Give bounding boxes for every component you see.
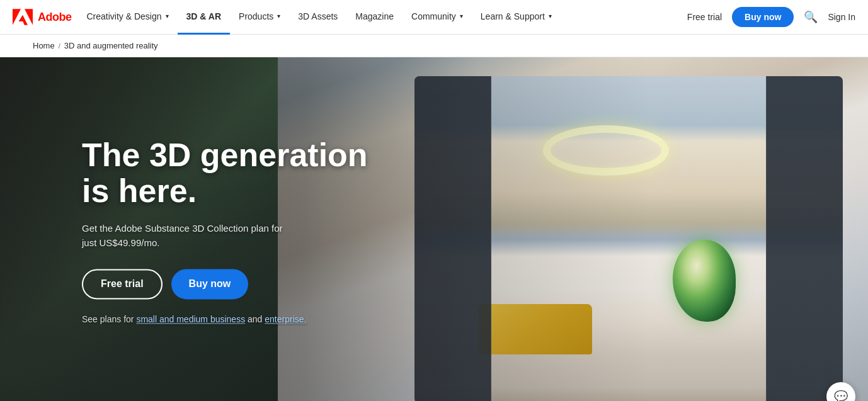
hero-content-block: The 3D generation is here. Get the Adobe… xyxy=(82,137,397,324)
hero-plans-text: See plans for small and medium business … xyxy=(82,315,397,325)
nav-free-trial-link[interactable]: Free trial xyxy=(687,12,722,22)
chat-icon: 💬 xyxy=(834,390,848,401)
breadcrumb-home-link[interactable]: Home xyxy=(33,41,55,50)
breadcrumb-current-page: 3D and augmented reality xyxy=(64,41,158,50)
nav-right-section: Free trial Buy now 🔍 Sign In xyxy=(687,7,855,27)
chevron-down-icon: ▾ xyxy=(166,13,169,20)
adobe-logo[interactable]: Adobe xyxy=(13,8,72,26)
nav-buy-now-button[interactable]: Buy now xyxy=(732,7,794,27)
hero-section: The 3D generation is here. Get the Adobe… xyxy=(0,57,868,401)
chevron-down-icon: ▾ xyxy=(460,13,463,20)
smb-plans-link[interactable]: small and medium business xyxy=(136,315,245,325)
nav-item-learn-support[interactable]: Learn & Support ▾ xyxy=(472,0,561,35)
breadcrumb: Home / 3D and augmented reality xyxy=(0,35,868,57)
hero-subtitle: Get the Adobe Substance 3D Collection pl… xyxy=(82,222,397,251)
buy-now-button[interactable]: Buy now xyxy=(171,269,249,300)
nav-item-products[interactable]: Products ▾ xyxy=(230,0,289,35)
chevron-down-icon: ▾ xyxy=(277,13,280,20)
adobe-wordmark: Adobe xyxy=(38,11,72,24)
hero-title: The 3D generation is here. xyxy=(82,137,397,209)
breadcrumb-separator: / xyxy=(59,42,60,50)
chevron-down-icon: ▾ xyxy=(549,13,552,20)
enterprise-plans-link[interactable]: enterprise. xyxy=(265,315,306,325)
hero-buttons: Free trial Buy now xyxy=(82,269,397,300)
main-navigation: Adobe Creativity & Design ▾ 3D & AR Prod… xyxy=(0,0,868,35)
nav-item-creativity-design[interactable]: Creativity & Design ▾ xyxy=(78,0,178,35)
sign-in-link[interactable]: Sign In xyxy=(828,12,855,22)
nav-item-3d-ar[interactable]: 3D & AR xyxy=(178,0,231,35)
search-icon[interactable]: 🔍 xyxy=(804,10,818,24)
nav-item-community[interactable]: Community ▾ xyxy=(403,0,472,35)
adobe-logo-icon xyxy=(13,8,33,26)
free-trial-button[interactable]: Free trial xyxy=(82,269,163,300)
nav-item-magazine[interactable]: Magazine xyxy=(346,0,403,35)
nav-items-list: Creativity & Design ▾ 3D & AR Products ▾… xyxy=(78,0,687,35)
nav-item-3d-assets[interactable]: 3D Assets xyxy=(289,0,346,35)
